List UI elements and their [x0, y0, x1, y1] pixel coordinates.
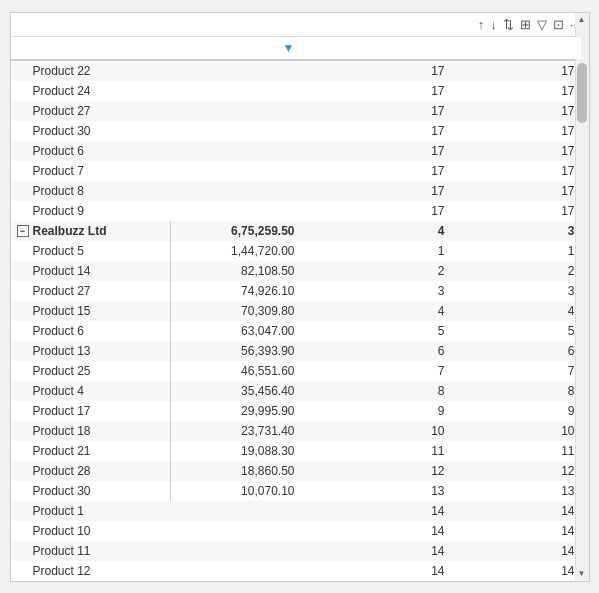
cell-territory: Product 30: [11, 481, 171, 501]
cell-ranking-wrong: 5: [301, 321, 451, 341]
cell-ranking-right: 17: [451, 201, 581, 221]
cell-ranking-wrong: 4: [301, 221, 451, 241]
cell-territory: Product 22: [11, 60, 171, 81]
cell-ranking-right: 14: [451, 561, 581, 581]
cell-ranking-right: 1: [451, 241, 581, 261]
sort-asc-icon[interactable]: ↑: [478, 17, 485, 32]
cell-territory: Product 27: [11, 281, 171, 301]
sort-arrow-icon: ▼: [283, 41, 295, 55]
toolbar: ↑ ↓ ⇅ ⊞ ▽ ⊡ ···: [11, 13, 589, 37]
scroll-thumb[interactable]: [577, 63, 587, 123]
cell-ranking-wrong: 17: [301, 181, 451, 201]
cell-territory: Product 25: [11, 361, 171, 381]
col-ranking-wrong[interactable]: [301, 37, 451, 60]
scroll-down-arrow[interactable]: ▼: [575, 567, 589, 581]
cell-territory: Product 17: [11, 401, 171, 421]
cell-total-sales: 35,456.40: [171, 381, 301, 401]
cell-ranking-wrong: 17: [301, 201, 451, 221]
cell-ranking-right: 6: [451, 341, 581, 361]
col-territory[interactable]: [11, 37, 171, 60]
cell-ranking-wrong: 17: [301, 101, 451, 121]
cell-ranking-right: 17: [451, 101, 581, 121]
cell-territory: Product 13: [11, 341, 171, 361]
cell-ranking-wrong: 2: [301, 261, 451, 281]
cell-ranking-wrong: 8: [301, 381, 451, 401]
cell-ranking-wrong: 17: [301, 141, 451, 161]
cell-territory: Product 4: [11, 381, 171, 401]
cell-territory: Product 21: [11, 441, 171, 461]
cell-total-sales: 29,995.90: [171, 401, 301, 421]
cell-territory: Product 14: [11, 261, 171, 281]
cell-total-sales: 18,860.50: [171, 461, 301, 481]
cell-territory: Product 30: [11, 121, 171, 141]
cell-territory: Product 5: [11, 241, 171, 261]
cell-ranking-wrong: 3: [301, 281, 451, 301]
cell-territory: Product 6: [11, 141, 171, 161]
cell-total-sales: 23,731.40: [171, 421, 301, 441]
scroll-up-arrow[interactable]: ▲: [575, 13, 589, 27]
cell-ranking-right: 4: [451, 301, 581, 321]
cell-ranking-right: 17: [451, 161, 581, 181]
cell-total-sales: [171, 121, 301, 141]
table-wrapper[interactable]: ▼ Product 221717Product 241717Product 27…: [11, 37, 589, 581]
cell-territory: Product 9: [11, 201, 171, 221]
cell-ranking-right: 3: [451, 281, 581, 301]
scrollbar[interactable]: ▲ ▼: [575, 13, 589, 581]
sort-both-icon[interactable]: ⇅: [503, 17, 514, 32]
cell-ranking-wrong: 9: [301, 401, 451, 421]
col-ranking-right[interactable]: [451, 37, 581, 60]
cell-ranking-wrong: 6: [301, 341, 451, 361]
cell-total-sales: [171, 60, 301, 81]
cell-territory: Product 12: [11, 561, 171, 581]
cell-territory: Product 10: [11, 521, 171, 541]
cell-territory: Product 15: [11, 301, 171, 321]
cell-ranking-wrong: 17: [301, 121, 451, 141]
cell-ranking-right: 3: [451, 221, 581, 241]
cell-ranking-right: 7: [451, 361, 581, 381]
collapse-icon[interactable]: −: [17, 225, 29, 237]
cell-ranking-right: 5: [451, 321, 581, 341]
cell-ranking-right: 11: [451, 441, 581, 461]
cell-ranking-wrong: 14: [301, 561, 451, 581]
cell-territory: Product 6: [11, 321, 171, 341]
cell-ranking-wrong: 14: [301, 541, 451, 561]
cell-territory: Product 1: [11, 501, 171, 521]
col-total-sales[interactable]: ▼: [171, 37, 301, 60]
cell-territory: −Realbuzz Ltd: [11, 221, 171, 241]
cell-territory: Product 27: [11, 101, 171, 121]
cell-total-sales: [171, 501, 301, 521]
cell-territory: Product 18: [11, 421, 171, 441]
grid-icon[interactable]: ⊞: [520, 17, 531, 32]
sort-desc-icon[interactable]: ↓: [490, 17, 497, 32]
cell-territory: Product 7: [11, 161, 171, 181]
cell-ranking-right: 17: [451, 121, 581, 141]
cell-ranking-right: 8: [451, 381, 581, 401]
cell-total-sales: 1,44,720.00: [171, 241, 301, 261]
cell-ranking-wrong: 10: [301, 421, 451, 441]
cell-total-sales: 63,047.00: [171, 321, 301, 341]
expand-icon[interactable]: ⊡: [553, 17, 564, 32]
cell-total-sales: 46,551.60: [171, 361, 301, 381]
cell-total-sales: 70,309.80: [171, 301, 301, 321]
cell-total-sales: 6,75,259.50: [171, 221, 301, 241]
cell-ranking-right: 14: [451, 501, 581, 521]
cell-ranking-wrong: 11: [301, 441, 451, 461]
cell-total-sales: [171, 161, 301, 181]
table-header-row: ▼: [11, 37, 581, 60]
cell-ranking-wrong: 4: [301, 301, 451, 321]
cell-total-sales: 10,070.10: [171, 481, 301, 501]
cell-ranking-wrong: 14: [301, 501, 451, 521]
cell-ranking-wrong: 14: [301, 521, 451, 541]
cell-ranking-wrong: 7: [301, 361, 451, 381]
cell-total-sales: [171, 201, 301, 221]
cell-ranking-right: 10: [451, 421, 581, 441]
cell-ranking-wrong: 12: [301, 461, 451, 481]
cell-total-sales: [171, 521, 301, 541]
cell-total-sales: 56,393.90: [171, 341, 301, 361]
filter-icon[interactable]: ▽: [537, 17, 547, 32]
cell-ranking-right: 17: [451, 141, 581, 161]
cell-territory: Product 8: [11, 181, 171, 201]
cell-ranking-right: 14: [451, 521, 581, 541]
cell-ranking-right: 9: [451, 401, 581, 421]
cell-ranking-wrong: 17: [301, 81, 451, 101]
